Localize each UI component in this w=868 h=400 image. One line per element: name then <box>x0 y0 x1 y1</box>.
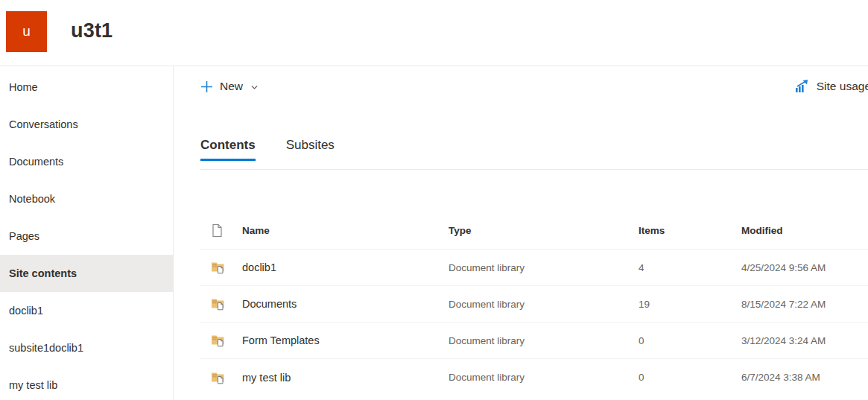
contents-table: Name Type Items Modified <box>200 212 868 396</box>
main-content: New Site usage Contents Subsites <box>174 66 868 400</box>
row-items: 0 <box>639 372 741 383</box>
site-usage-label: Site usage <box>817 80 868 93</box>
row-items: 0 <box>639 335 741 346</box>
table-header-row: Name Type Items Modified <box>200 212 868 250</box>
row-type: Document library <box>449 262 639 273</box>
tab-contents[interactable]: Contents <box>200 138 256 161</box>
column-header-name[interactable]: Name <box>242 225 449 236</box>
file-type-column-header[interactable] <box>211 223 242 238</box>
row-modified: 3/12/2024 3:24 AM <box>741 335 868 346</box>
row-type: Document library <box>449 335 639 346</box>
row-modified: 8/15/2024 7:22 AM <box>741 299 868 310</box>
document-library-icon <box>211 297 225 311</box>
sidebar-item-my-test-lib[interactable]: my test lib <box>0 366 173 400</box>
new-button-label: New <box>220 80 243 93</box>
table-body: doclib1 Document library 4 4/25/2024 9:5… <box>200 250 868 396</box>
row-items: 19 <box>639 299 741 310</box>
row-modified: 4/25/2024 9:56 AM <box>741 262 868 273</box>
plus-icon <box>200 80 213 93</box>
sidebar-item-site-contents[interactable]: Site contents <box>0 255 173 292</box>
document-library-icon <box>211 371 225 384</box>
column-header-items[interactable]: Items <box>639 225 741 236</box>
sidebar-item-pages[interactable]: Pages <box>0 218 173 255</box>
sidebar-item-home[interactable]: Home <box>0 69 173 106</box>
chevron-down-icon <box>250 83 259 92</box>
document-library-icon <box>211 261 225 274</box>
tab-subsites[interactable]: Subsites <box>286 138 335 161</box>
table-row-documents[interactable]: Documents Document library 19 8/15/2024 … <box>200 286 868 323</box>
row-name-link[interactable]: my test lib <box>242 372 449 384</box>
row-items: 4 <box>639 262 741 273</box>
row-type: Document library <box>449 372 639 383</box>
sidebar-nav: Home Conversations Documents Notebook Pa… <box>0 66 174 400</box>
table-row-form-templates[interactable]: Form Templates Document library 0 3/12/2… <box>200 323 868 359</box>
page-icon <box>211 223 224 238</box>
site-usage-button[interactable]: Site usage <box>795 80 868 93</box>
new-button[interactable]: New <box>200 80 259 93</box>
document-library-icon <box>211 334 225 347</box>
site-logo-initial: u <box>22 23 31 39</box>
site-header: u u3t1 <box>0 0 868 66</box>
column-header-type[interactable]: Type <box>449 225 639 236</box>
tabs-divider <box>200 169 868 170</box>
sidebar-item-conversations[interactable]: Conversations <box>0 106 173 143</box>
row-name-link[interactable]: doclib1 <box>242 261 449 273</box>
table-row-doclib1[interactable]: doclib1 Document library 4 4/25/2024 9:5… <box>200 250 868 286</box>
sidebar-item-documents[interactable]: Documents <box>0 143 173 180</box>
site-title: u3t1 <box>71 19 113 42</box>
sidebar-item-doclib1[interactable]: doclib1 <box>0 292 173 329</box>
trending-chart-icon <box>795 80 810 93</box>
column-header-modified[interactable]: Modified <box>741 225 868 236</box>
command-bar: New Site usage <box>200 66 868 107</box>
row-name-link[interactable]: Form Templates <box>242 334 449 346</box>
sidebar-item-notebook[interactable]: Notebook <box>0 180 173 218</box>
row-modified: 6/7/2024 3:38 AM <box>741 372 868 383</box>
table-row-my-test-lib[interactable]: my test lib Document library 0 6/7/2024 … <box>200 359 868 396</box>
tab-bar: Contents Subsites <box>200 138 868 161</box>
row-type: Document library <box>449 299 639 310</box>
sidebar-item-subsite1doclib1[interactable]: subsite1doclib1 <box>0 329 173 366</box>
site-logo[interactable]: u <box>6 11 47 52</box>
row-name-link[interactable]: Documents <box>242 298 449 310</box>
